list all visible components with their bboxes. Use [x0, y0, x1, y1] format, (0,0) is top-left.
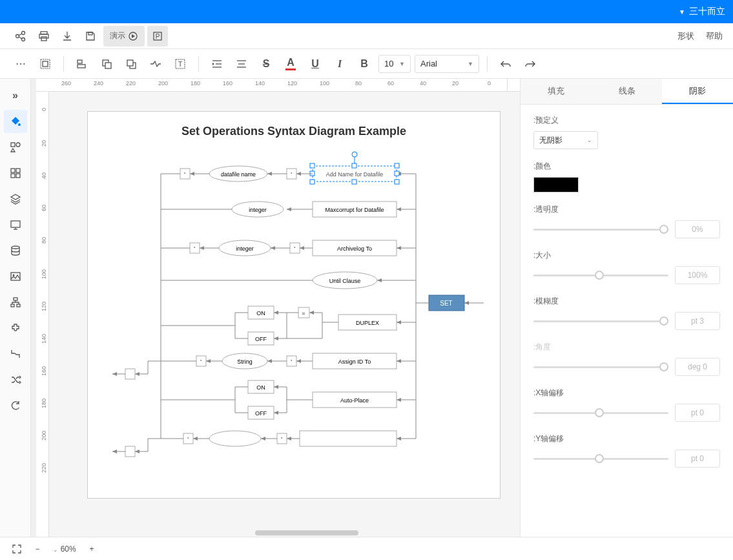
svg-text:OFF: OFF	[255, 410, 267, 417]
xoffset-value[interactable]: 0 pt	[675, 404, 720, 422]
connector-icon[interactable]	[4, 342, 27, 366]
share-link[interactable]: 形状	[677, 30, 694, 42]
shuffle-icon[interactable]	[4, 368, 27, 391]
blur-slider[interactable]	[533, 315, 668, 327]
predefined-select[interactable]: 无阴影 ⌄	[533, 131, 598, 149]
tab-line[interactable]: 线条	[592, 79, 663, 104]
svg-point-156	[209, 431, 261, 446]
group-icon[interactable]	[35, 54, 56, 74]
caret-down-icon: ⌄	[587, 137, 592, 143]
svg-point-38	[12, 246, 19, 249]
refresh-icon[interactable]	[4, 394, 27, 417]
opacity-label: 透明度:	[533, 204, 720, 215]
layers-icon[interactable]	[4, 187, 27, 211]
svg-rect-15	[77, 65, 85, 68]
blur-value[interactable]: 3 pt	[675, 312, 720, 330]
angle-slider[interactable]	[533, 360, 668, 373]
svg-text:Add Name for Datafile: Add Name for Datafile	[326, 171, 384, 178]
text-box-icon[interactable]: T	[170, 54, 191, 74]
ruler-corner	[507, 79, 520, 92]
font-size-select[interactable]: 10 ▼	[378, 55, 411, 73]
present-button[interactable]: 演示	[103, 26, 145, 47]
canvas-scroll[interactable]: Set Operations Syntax Diagram Example SE…	[49, 92, 520, 537]
xoffset-label: X轴偏移:	[533, 388, 720, 399]
sidebar-scroll-track[interactable]	[31, 79, 36, 537]
more-icon[interactable]: ⋯	[10, 54, 31, 74]
strikethrough-icon[interactable]: S	[256, 54, 276, 74]
yoffset-slider[interactable]	[533, 452, 668, 465]
database-icon[interactable]	[4, 239, 27, 262]
download-icon[interactable]	[57, 26, 77, 47]
horizontal-scrollbar-thumb[interactable]	[255, 530, 358, 535]
svg-text:datafile name: datafile name	[221, 171, 256, 178]
size-value[interactable]: 100%	[675, 266, 720, 284]
fullscreen-icon[interactable]	[10, 543, 23, 555]
indent-icon[interactable]	[207, 54, 227, 74]
align-text-icon[interactable]	[231, 54, 252, 74]
title-dropdown-caret[interactable]: ▼	[679, 8, 685, 16]
edit-mode-icon[interactable]: P	[147, 26, 168, 47]
undo-icon[interactable]	[495, 54, 516, 74]
hierarchy-icon[interactable]	[4, 291, 27, 314]
bring-front-icon[interactable]	[121, 54, 141, 74]
diagram-title[interactable]: Set Operations Syntax Diagram Example	[101, 125, 487, 138]
print-icon[interactable]	[34, 26, 54, 47]
send-back-icon[interactable]	[96, 54, 117, 74]
angle-label: 角度:	[533, 342, 720, 353]
font-family-select[interactable]: Arial ▼	[415, 55, 479, 73]
svg-text:': '	[281, 436, 282, 442]
image-icon[interactable]	[4, 265, 27, 288]
underline-icon[interactable]: U	[305, 54, 325, 74]
font-color-icon[interactable]: A	[280, 54, 301, 74]
svg-text:integer: integer	[249, 207, 267, 213]
fill-tool-icon[interactable]	[4, 110, 27, 133]
shape-library-icon[interactable]	[4, 136, 27, 159]
opacity-value[interactable]: 0%	[675, 220, 720, 238]
font-size-value: 10	[384, 59, 393, 68]
zoom-in-icon[interactable]: +	[85, 543, 98, 555]
svg-point-60	[352, 152, 357, 157]
share-icon[interactable]	[10, 26, 31, 47]
redo-icon[interactable]	[520, 54, 541, 74]
svg-point-28	[18, 123, 21, 126]
canvas-area: 0 20 40 60 80 100 120 140 160 180 200 22…	[36, 79, 520, 537]
svg-text:DUPLEX: DUPLEX	[356, 320, 379, 326]
size-slider[interactable]	[533, 269, 668, 282]
properties-panel: 填充 线条 阴影 预定义: 无阴影 ⌄ 颜色:	[520, 79, 733, 537]
align-icon[interactable]	[72, 54, 92, 74]
yoffset-value[interactable]: 0 pt	[675, 450, 720, 468]
svg-rect-6	[39, 34, 48, 38]
line-style-icon[interactable]	[145, 54, 166, 74]
svg-rect-12	[41, 59, 50, 68]
zoom-level[interactable]: 60% ⌄	[52, 544, 77, 554]
svg-text:T: T	[178, 60, 183, 68]
diagram-svg[interactable]: SET Add Name for Datafile	[99, 151, 487, 474]
help-link[interactable]: 帮助	[706, 30, 723, 42]
angle-value[interactable]: 0 deg	[675, 358, 720, 376]
svg-point-0	[16, 34, 19, 37]
save-icon[interactable]	[80, 26, 101, 47]
zoom-out-icon[interactable]: −	[31, 543, 44, 555]
tab-fill[interactable]: 填充	[521, 79, 592, 104]
svg-rect-8	[88, 32, 92, 35]
svg-text:ON: ON	[256, 384, 265, 391]
svg-rect-13	[43, 61, 48, 67]
opacity-slider[interactable]	[533, 223, 668, 236]
svg-rect-14	[77, 60, 82, 63]
horizontal-ruler: 0 20 40 60 80 100 120 140 160 180 200 22…	[36, 79, 507, 92]
collapse-sidebar-icon[interactable]: «	[4, 84, 27, 107]
presentation-icon[interactable]	[4, 213, 27, 236]
shape-sidebar: «	[0, 79, 31, 537]
tab-shadow[interactable]: 阴影	[662, 79, 733, 104]
extension-icon[interactable]	[4, 316, 27, 340]
grid-icon[interactable]	[4, 161, 27, 185]
svg-text:': '	[291, 171, 292, 178]
bold-icon[interactable]: B	[354, 54, 375, 74]
svg-text:Maxcorrupt for Datafile: Maxcorrupt for Datafile	[325, 207, 384, 213]
shadow-color-swatch[interactable]	[533, 177, 579, 192]
canvas-page[interactable]: Set Operations Syntax Diagram Example SE…	[87, 111, 501, 499]
properties-tabs: 填充 线条 阴影	[521, 79, 733, 105]
xoffset-slider[interactable]	[533, 406, 668, 419]
svg-point-1	[22, 31, 25, 34]
italic-icon[interactable]: I	[329, 54, 350, 74]
